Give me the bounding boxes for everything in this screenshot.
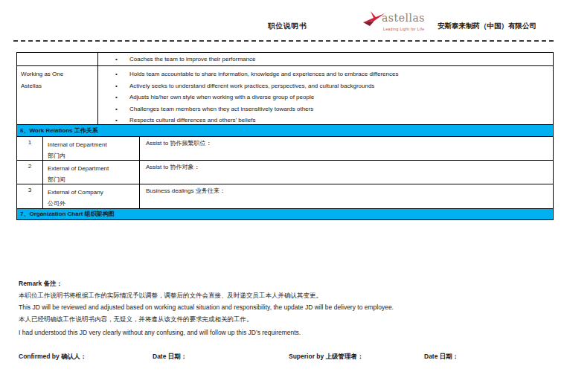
- date-label: Date 日期：: [153, 353, 187, 362]
- bullet-item: Coaches the team to improve their perfor…: [98, 54, 553, 65]
- competency-label: Working as One Astellas: [21, 68, 80, 92]
- competency-label-cell: [17, 53, 98, 65]
- bullet-item: Respects cultural differences and others…: [98, 115, 553, 126]
- logo-wordmark: astellas: [382, 12, 425, 24]
- table-row: Working as One Astellas Holds team accou…: [17, 66, 553, 125]
- relation-type-en: Internal of Department: [48, 141, 107, 148]
- remark-line-en: This JD will be reviewed and adjusted ba…: [19, 301, 394, 313]
- relation-type-cell: Internal of Department 部门内: [43, 137, 140, 160]
- company-name: 安斯泰来制药（中国）有限公司: [438, 22, 536, 31]
- bullet-item: Adjusts his/her own style when working w…: [98, 91, 553, 103]
- bullet-item: Challenges team members when they act in…: [98, 103, 553, 115]
- remark-title: Remark 备注：: [19, 277, 394, 289]
- logo-tagline: Leading Light for Life: [383, 27, 425, 31]
- bullet-item: Holds team accountable to share informat…: [98, 68, 553, 80]
- remark-block: Remark 备注： 本职位工作说明书将根据工作的实际情况予以调整，调整后的文件…: [19, 277, 394, 338]
- bullet-item: Actively seeks to understand different w…: [98, 80, 553, 92]
- signoff-row: Confirmed by 确认人： Date 日期： Superior by 上…: [0, 353, 564, 363]
- jd-document-page: 职位说明书 astellas Leading Light for Life 安斯…: [0, 0, 564, 392]
- competency-bullets-cell: Holds team accountable to share informat…: [98, 66, 553, 124]
- relation-type-cell: External of Company 公司外: [43, 184, 140, 208]
- relation-content-cell: Assist to 协作对象：: [140, 161, 553, 184]
- relation-type-cn: 公司外: [48, 198, 139, 209]
- competency-label-cell: Working as One Astellas: [17, 66, 98, 124]
- remark-line-en: I had understood this JD very clearly wi…: [19, 327, 394, 338]
- document-title: 职位说明书: [268, 22, 307, 31]
- competency-bullets-cell: Coaches the team to improve their perfor…: [98, 53, 553, 65]
- row-number: 2: [17, 161, 43, 184]
- table-row: 2 External of Department 部门间 Assist to 协…: [17, 161, 553, 184]
- header-divider: [13, 40, 554, 42]
- table-row: 3 External of Company 公司外 Business deali…: [17, 184, 553, 209]
- remark-line-cn: 本人已经明确该工作说明书内容，无疑义，并将遵从该文件的要求完成相关的工作。: [19, 313, 394, 325]
- superior-by-label: Superior by 上级管理者：: [289, 353, 364, 362]
- relation-type-en: External of Department: [48, 165, 109, 172]
- table-row: Coaches the team to improve their perfor…: [17, 53, 553, 66]
- remark-line-cn: 本职位工作说明书将根据工作的实际情况予以调整，调整后的文件会直接、及时递交员工本…: [19, 289, 394, 301]
- jd-table: Coaches the team to improve their perfor…: [16, 52, 554, 220]
- relation-type-cn: 部门间: [48, 174, 139, 185]
- relation-content-cell: Business dealings 业务往来：: [140, 184, 553, 208]
- date-label: Date 日期：: [424, 353, 458, 362]
- section-header-org-chart: 7、Organization Chart 组织架构图: [17, 209, 553, 219]
- relation-type-en: External of Company: [48, 189, 103, 196]
- relation-type-cell: External of Department 部门间: [43, 161, 140, 184]
- astellas-logo: astellas Leading Light for Life: [362, 9, 434, 36]
- relation-type-cn: 部门内: [48, 150, 139, 161]
- relation-content-cell: Assist to 协作频繁职位：: [140, 137, 553, 160]
- row-number: 3: [17, 184, 43, 208]
- confirmed-by-label: Confirmed by 确认人：: [19, 353, 86, 362]
- row-number: 1: [17, 137, 43, 160]
- table-row: 1 Internal of Department 部门内 Assist to 协…: [17, 137, 553, 161]
- section-header-work-relations: 6、Work Relations 工作关系: [17, 125, 553, 137]
